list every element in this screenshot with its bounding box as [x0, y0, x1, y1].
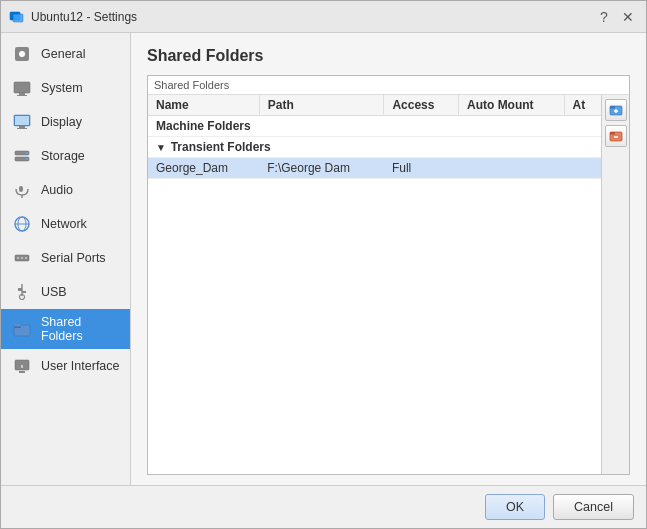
add-folder-button[interactable]: [605, 99, 627, 121]
sidebar-item-label-display: Display: [41, 115, 82, 129]
user-interface-icon: [11, 355, 33, 377]
sidebar-item-label-general: General: [41, 47, 85, 61]
shared-folders-box: Shared Folders Name Path Access Auto Mou…: [147, 75, 630, 475]
ok-button[interactable]: OK: [485, 494, 545, 520]
sidebar-item-serial-ports[interactable]: Serial Ports: [1, 241, 130, 275]
svg-point-22: [21, 257, 23, 259]
usb-icon: [11, 281, 33, 303]
shared-folders-icon: [11, 318, 33, 340]
sidebar-item-usb[interactable]: USB: [1, 275, 130, 309]
svg-rect-25: [22, 291, 26, 293]
col-access: Access: [384, 95, 459, 116]
sidebar-item-label-serial-ports: Serial Ports: [41, 251, 106, 265]
svg-rect-5: [19, 93, 25, 95]
col-path: Path: [259, 95, 384, 116]
audio-icon: [11, 179, 33, 201]
svg-point-3: [19, 51, 25, 57]
app-icon: [9, 9, 25, 25]
sidebar-item-system[interactable]: System: [1, 71, 130, 105]
group-label: Machine Folders: [148, 116, 601, 137]
col-at: At: [564, 95, 601, 116]
sidebar-item-general[interactable]: General: [1, 37, 130, 71]
sf-table-area[interactable]: Name Path Access Auto Mount At Machine F…: [148, 95, 601, 474]
window-title: Ubuntu12 - Settings: [31, 10, 137, 24]
network-icon: [11, 213, 33, 235]
sidebar-item-network[interactable]: Network: [1, 207, 130, 241]
svg-rect-29: [14, 324, 21, 327]
svg-rect-32: [21, 365, 23, 368]
sidebar-item-display[interactable]: Display: [1, 105, 130, 139]
shared-folders-table: Name Path Access Auto Mount At Machine F…: [148, 95, 601, 179]
svg-point-14: [26, 158, 28, 160]
table-row[interactable]: George_DamF:\George DamFull: [148, 158, 601, 179]
cell-access: Full: [384, 158, 459, 179]
svg-rect-6: [17, 95, 27, 96]
sf-toolbar: [601, 95, 629, 474]
svg-rect-9: [19, 126, 25, 128]
col-automount: Auto Mount: [458, 95, 564, 116]
close-button[interactable]: ✕: [618, 7, 638, 27]
cell-name: George_Dam: [148, 158, 259, 179]
svg-rect-4: [14, 82, 30, 93]
cancel-button[interactable]: Cancel: [553, 494, 634, 520]
svg-point-23: [25, 257, 27, 259]
svg-rect-31: [19, 371, 25, 373]
table-header-row: Name Path Access Auto Mount At: [148, 95, 601, 116]
svg-point-13: [26, 152, 28, 154]
content-area: GeneralSystemDisplayStorageAudioNetworkS…: [1, 33, 646, 485]
col-name: Name: [148, 95, 259, 116]
general-icon: [11, 43, 33, 65]
svg-point-21: [17, 257, 19, 259]
remove-folder-button[interactable]: [605, 125, 627, 147]
svg-rect-38: [610, 132, 615, 135]
cell-path: F:\George Dam: [259, 158, 384, 179]
table-group-row[interactable]: ▼ Transient Folders: [148, 137, 601, 158]
help-button[interactable]: ?: [594, 7, 614, 27]
sidebar-item-label-shared-folders: Shared Folders: [41, 315, 120, 343]
svg-rect-10: [17, 128, 27, 129]
sidebar-item-label-network: Network: [41, 217, 87, 231]
cell-auto_mount: [458, 158, 564, 179]
table-group-row[interactable]: Machine Folders: [148, 116, 601, 137]
sidebar-item-storage[interactable]: Storage: [1, 139, 130, 173]
sidebar-item-label-usb: USB: [41, 285, 67, 299]
sidebar-item-label-storage: Storage: [41, 149, 85, 163]
storage-icon: [11, 145, 33, 167]
svg-rect-34: [610, 106, 615, 109]
titlebar-buttons: ? ✕: [594, 7, 638, 27]
add-folder-icon: [609, 103, 623, 117]
display-icon: [11, 111, 33, 133]
serial-ports-icon: [11, 247, 33, 269]
sidebar-item-shared-folders[interactable]: Shared Folders: [1, 309, 130, 349]
page-title: Shared Folders: [147, 47, 630, 65]
sidebar-item-label-user-interface: User Interface: [41, 359, 120, 373]
sf-inner: Name Path Access Auto Mount At Machine F…: [148, 95, 629, 474]
settings-window: Ubuntu12 - Settings ? ✕ GeneralSystemDis…: [0, 0, 647, 529]
svg-rect-1: [13, 14, 23, 22]
remove-folder-icon: [609, 129, 623, 143]
svg-rect-15: [19, 186, 23, 192]
svg-rect-8: [15, 116, 29, 125]
sf-section-label: Shared Folders: [148, 76, 629, 95]
sidebar-item-user-interface[interactable]: User Interface: [1, 349, 130, 383]
svg-rect-24: [18, 288, 22, 291]
group-label: ▼ Transient Folders: [148, 137, 601, 158]
bottom-bar: OK Cancel: [1, 485, 646, 528]
sidebar-item-audio[interactable]: Audio: [1, 173, 130, 207]
system-icon: [11, 77, 33, 99]
cell-at: [564, 158, 601, 179]
sidebar-item-label-system: System: [41, 81, 83, 95]
titlebar-left: Ubuntu12 - Settings: [9, 9, 137, 25]
titlebar: Ubuntu12 - Settings ? ✕: [1, 1, 646, 33]
sidebar: GeneralSystemDisplayStorageAudioNetworkS…: [1, 33, 131, 485]
sidebar-item-label-audio: Audio: [41, 183, 73, 197]
main-panel: Shared Folders Shared Folders Name Path …: [131, 33, 646, 485]
